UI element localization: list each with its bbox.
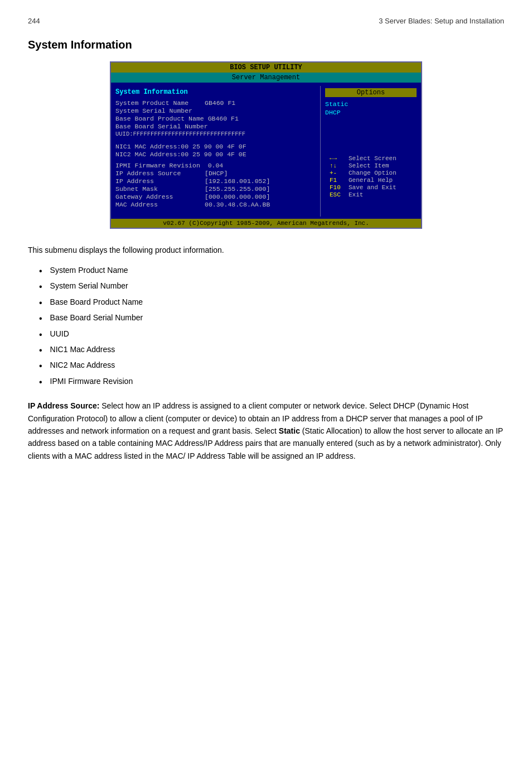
bios-right-panel: Options Static DHCP ←→ Select Screen ↑↓ … — [321, 86, 421, 217]
bios-row-ip-addr: IP Address [192.168.001.052] — [115, 177, 316, 185]
bios-title-bar: BIOS SETUP UTILITY — [111, 63, 421, 73]
section-title: System Information — [28, 39, 504, 51]
bios-shortcut-select-item: ↑↓ Select Item — [330, 162, 412, 169]
list-item: System Serial Number — [28, 281, 504, 293]
bios-left-header: System Information — [115, 88, 316, 96]
bios-shortcut-change-option: +- Change Option — [330, 170, 412, 176]
bios-nic1-mac: NIC1 MAC Address:00 25 90 00 4F 0F — [115, 143, 316, 150]
bios-option-static: Static — [325, 100, 417, 108]
bios-subtitle-bar: Server Management — [111, 73, 421, 83]
bios-shortcut-save: F10 Save and Exit — [330, 184, 412, 191]
bullet-list: System Product Name System Serial Number… — [28, 265, 504, 388]
bios-row-product-name: System Product Name GB460 F1 — [115, 99, 316, 107]
bios-shortcut-help: F1 General Help — [330, 177, 412, 184]
bios-row-board-serial: Base Board Serial Number — [115, 123, 316, 130]
bios-row-serial: System Serial Number — [115, 107, 316, 114]
bios-uuid: UUID:FFFFFFFFFFFFFFFFFFFFFFFFFFFFFFFF — [115, 131, 316, 137]
bios-option-dhcp: DHCP — [325, 109, 417, 116]
bios-row-ipmi: IPMI Firmware Revision 0.04 — [115, 162, 316, 169]
list-item: IPMI Firmware Revision — [28, 376, 504, 388]
bios-row-ip-source: IP Address Source [DHCP] — [115, 170, 316, 177]
description-text: This submenu displays the following prod… — [28, 244, 504, 256]
bios-shortcut-exit: ESC Exit — [330, 191, 412, 198]
list-item: Base Board Serial Number — [28, 313, 504, 325]
page-chapter: 3 Server Blades: Setup and Installation — [379, 17, 504, 25]
list-item: Base Board Product Name — [28, 297, 504, 309]
bios-row-mac: MAC Address 00.30.48.C8.AA.BB — [115, 201, 316, 208]
bios-row-board-name: Base Board Product Name GB460 F1 — [115, 115, 316, 122]
long-paragraph: IP Address Source: Select how an IP addr… — [28, 400, 504, 462]
list-item: System Product Name — [28, 265, 504, 277]
list-item: NIC2 Mac Address — [28, 360, 504, 372]
page-number: 244 — [28, 17, 40, 25]
bios-shortcut-select-screen: ←→ Select Screen — [330, 155, 412, 162]
bios-shortcuts: ←→ Select Screen ↑↓ Select Item +- Chang… — [325, 153, 417, 201]
bios-right-header: Options — [325, 88, 417, 97]
bios-left-panel: System Information System Product Name G… — [111, 86, 321, 217]
list-item: NIC1 Mac Address — [28, 344, 504, 357]
bios-footer: v02.67 (C)Copyright 1985-2009, American … — [111, 219, 421, 228]
para-bold-static: Static — [279, 426, 300, 435]
bios-row-subnet: Subnet Mask [255.255.255.000] — [115, 185, 316, 193]
bios-screen: BIOS SETUP UTILITY Server Management Sys… — [110, 61, 422, 229]
bios-row-gateway: Gateway Address [000.000.000.000] — [115, 193, 316, 200]
list-item: UUID — [28, 329, 504, 341]
para-bold-prefix: IP Address Source: — [28, 401, 99, 410]
bios-nic2-mac: NIC2 MAC Address:00 25 90 00 4F 0E — [115, 151, 316, 158]
